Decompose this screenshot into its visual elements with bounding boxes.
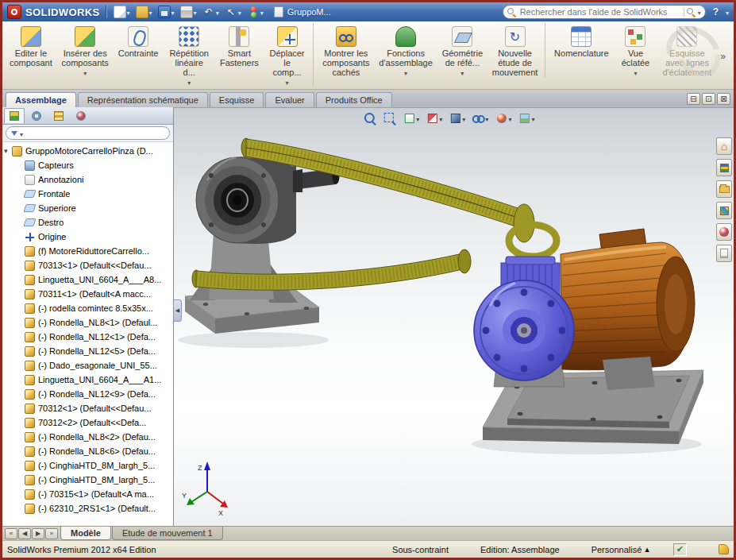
hud-button[interactable]: [423, 110, 444, 126]
quick-access-button[interactable]: [134, 5, 154, 19]
panel-tab[interactable]: [71, 108, 91, 123]
tree-item[interactable]: (-) Rondella_NL8<6> (Defau...: [2, 444, 173, 458]
dropdown-arrow-icon: [485, 114, 488, 123]
tab-nav-button[interactable]: »: [45, 528, 58, 539]
ribbon-button[interactable]: Montrer les composants cachés: [318, 23, 373, 78]
tree-expander-icon[interactable]: ▾: [4, 147, 12, 155]
model-tab[interactable]: Modèle: [60, 527, 111, 540]
panel-tab[interactable]: [48, 108, 69, 123]
tree-item[interactable]: Frontale: [2, 187, 173, 201]
panel-collapse-button[interactable]: ◀: [174, 299, 182, 322]
ribbon-overflow-button[interactable]: »: [715, 51, 730, 62]
tab-nav-button[interactable]: «: [5, 528, 17, 539]
ribbon-button[interactable]: Géométrie de réfé...: [438, 23, 487, 78]
dropdown-arrow-icon: [531, 114, 534, 123]
ribbon-button-label: Contrainte: [118, 48, 159, 58]
tree-item[interactable]: (-) CinghiaHTD_8M_largh_5...: [2, 458, 173, 473]
hud-button[interactable]: [380, 110, 398, 126]
quick-tips-toggle[interactable]: ✔: [673, 543, 687, 556]
task-pane-button[interactable]: [716, 223, 732, 241]
ribbon-button[interactable]: Répétition linéaire d...: [164, 23, 214, 87]
ribbon-button-label: Répétition linéaire d...: [168, 48, 210, 77]
model-tab[interactable]: Etude de mouvement 1: [112, 527, 223, 540]
tree-item[interactable]: Capteurs: [2, 158, 173, 172]
search-dropdown-icon[interactable]: [698, 7, 701, 17]
tab-nav-button[interactable]: ▶: [32, 528, 44, 539]
quick-access-button[interactable]: [179, 5, 198, 19]
model-tabs: Modèle Etude de mouvement 1: [60, 527, 224, 540]
ribbon-button[interactable]: ↻ Nouvelle étude de mouvement: [488, 23, 545, 78]
tree-item[interactable]: (-) rodella comintec 8.5x35x...: [2, 301, 173, 315]
help-dropdown-icon[interactable]: [726, 7, 729, 17]
tree-item[interactable]: Annotazioni: [2, 172, 173, 187]
ribbon-button[interactable]: Fonctions d'assemblage: [375, 23, 436, 78]
tree-item[interactable]: 70312<2> (Default<<Defa...: [2, 415, 173, 430]
tree-item[interactable]: Destro: [2, 215, 173, 230]
task-pane-button[interactable]: [716, 202, 732, 219]
tree-item[interactable]: (-) CinghiaHTD_8M_largh_5...: [2, 473, 173, 487]
tab-nav-button[interactable]: ◀: [18, 528, 31, 539]
graphics-area[interactable]: Z Y X: [174, 107, 734, 526]
hud-icon: [517, 111, 531, 126]
ribbon-button[interactable]: Esquisse avec lignes d'éclatement: [658, 23, 715, 78]
command-tab[interactable]: Evaluer: [265, 92, 314, 107]
ribbon-button[interactable]: Insérer des composants: [58, 23, 113, 78]
quick-access-button[interactable]: [112, 5, 132, 19]
task-pane-button[interactable]: ⌂: [716, 137, 732, 155]
tree-item[interactable]: 70312<1> (Default<<Defau...: [2, 401, 173, 415]
tree-item[interactable]: (-) 62310_2RS1<1> (Default...: [2, 501, 173, 516]
tree-item[interactable]: (-) 70315<1> (Default<A ma...: [2, 487, 173, 501]
search-submit-icon[interactable]: [687, 8, 696, 17]
tree-item-icon: [23, 190, 36, 198]
task-pane-button[interactable]: [716, 180, 732, 198]
quick-access-button[interactable]: [245, 5, 265, 19]
panel-tab[interactable]: [26, 108, 47, 123]
ribbon-button[interactable]: Nomenclature: [550, 23, 612, 59]
help-button[interactable]: ?: [710, 6, 722, 17]
hud-button[interactable]: [446, 110, 467, 126]
window-control-button[interactable]: ⊡: [702, 93, 715, 105]
window-control-button[interactable]: ⊠: [717, 93, 730, 105]
tree-item[interactable]: (-) Rondella_NL12<1> (Defa...: [2, 330, 173, 344]
tree-item[interactable]: (-) Dado_esagonale_UNI_55...: [2, 358, 173, 373]
command-tab[interactable]: Représentation schématique: [78, 92, 208, 107]
ribbon-button[interactable]: Contrainte: [114, 23, 163, 59]
hud-button[interactable]: [360, 110, 378, 126]
tree-item[interactable]: 70311<1> (Default<A macc...: [2, 287, 173, 301]
tree-item[interactable]: (f) MotoreRiduttoreCarrello...: [2, 244, 173, 258]
tree-item[interactable]: ▾ GruppoMotoreCarrelloPinza (D...: [2, 144, 173, 158]
hud-button[interactable]: [492, 110, 513, 126]
ribbon-button-label: Géométrie de réfé...: [442, 48, 483, 68]
tree-item[interactable]: (-) Rondella_NL12<9> (Defa...: [2, 387, 173, 401]
tree-item[interactable]: Origine: [2, 230, 173, 244]
custom-status-button[interactable]: Personnalisé ▴: [591, 544, 649, 554]
command-tab[interactable]: Assemblage: [6, 92, 76, 107]
search-input[interactable]: [518, 6, 681, 17]
ribbon-button[interactable]: Déplacer le comp...: [264, 23, 314, 87]
task-pane-button[interactable]: [716, 245, 732, 262]
tree-item[interactable]: Superiore: [2, 201, 173, 215]
quick-access-button[interactable]: ↖: [223, 5, 243, 19]
task-pane-button[interactable]: [716, 159, 732, 176]
tree-item[interactable]: Linguetta_UNI_6604_A___A1...: [2, 373, 173, 387]
tree-item[interactable]: Linguetta_UNI_6604_A___A8...: [2, 272, 173, 287]
quick-access-button[interactable]: ↶: [201, 5, 221, 19]
filter-dropdown-icon[interactable]: [20, 129, 23, 138]
window-control-button[interactable]: ⊟: [687, 93, 700, 105]
command-tab[interactable]: Esquisse: [210, 92, 264, 107]
hud-button[interactable]: [469, 110, 490, 126]
command-tab[interactable]: Produits Office: [316, 92, 392, 107]
tree-item[interactable]: (-) Rondella_NL12<5> (Defa...: [2, 344, 173, 358]
tree-filter-field[interactable]: [6, 126, 170, 140]
ribbon-button[interactable]: Vue éclatée: [614, 23, 657, 78]
hud-button[interactable]: [400, 110, 421, 126]
hud-button[interactable]: [515, 110, 536, 126]
tree-item[interactable]: 70313<1> (Default<<Defau...: [2, 258, 173, 272]
quick-access-button[interactable]: [156, 5, 176, 19]
tree-item[interactable]: (-) Rondella_NL8<2> (Defau...: [2, 430, 173, 444]
panel-tab[interactable]: [4, 108, 25, 123]
ribbon-button[interactable]: Smart Fasteners: [216, 23, 263, 68]
panel-tab-icon: [54, 111, 64, 121]
tree-item[interactable]: (-) Rondella_NL8<1> (Defaul...: [2, 315, 173, 330]
ribbon-button[interactable]: Editer le composant: [6, 23, 56, 68]
